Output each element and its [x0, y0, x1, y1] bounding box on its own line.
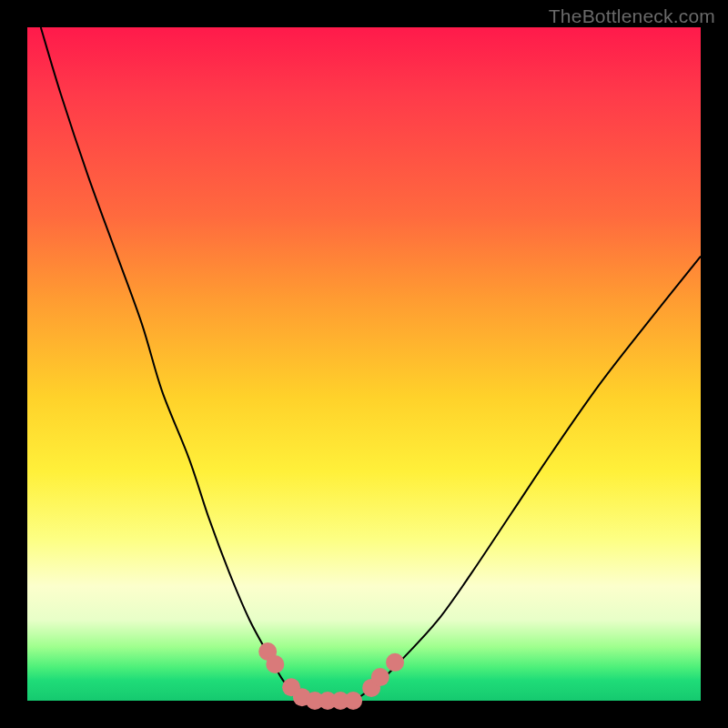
data-marker — [344, 692, 362, 710]
chart-svg — [27, 27, 701, 701]
watermark-text: TheBottleneck.com — [549, 5, 715, 27]
data-marker — [266, 655, 284, 673]
curve-layer — [41, 27, 701, 702]
bottleneck-curve — [41, 27, 701, 702]
data-marker — [386, 653, 404, 672]
outer-frame: TheBottleneck.com — [0, 0, 728, 728]
data-marker — [371, 668, 389, 686]
